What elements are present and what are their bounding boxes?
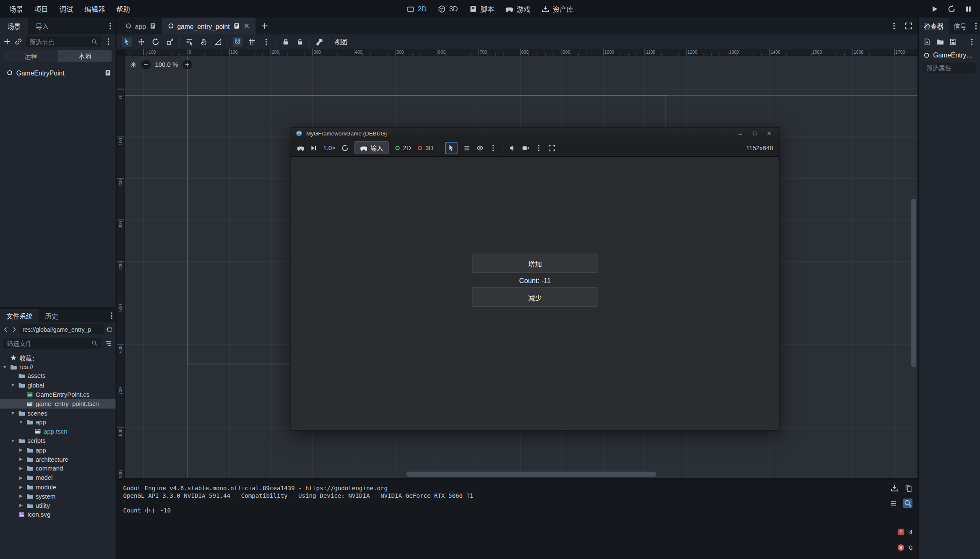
restart-button[interactable] xyxy=(948,5,956,13)
filesystem-tab[interactable]: 历史 xyxy=(39,309,64,322)
tree-expander-icon[interactable]: ▶ xyxy=(18,494,23,499)
fs-item[interactable]: icon.svg xyxy=(0,510,116,519)
tree-expander-icon[interactable]: ▶ xyxy=(18,503,23,508)
file-filter-input[interactable]: 筛选文件 xyxy=(3,338,101,348)
attached-script-icon[interactable] xyxy=(104,69,111,76)
close-button[interactable] xyxy=(764,129,774,138)
fs-item[interactable]: ▶architecture xyxy=(0,455,116,464)
tree-expander-icon[interactable]: ▶ xyxy=(18,447,23,452)
fs-item[interactable]: C#GameEntryPoint.cs xyxy=(0,390,116,399)
fs-item[interactable]: ▶utility xyxy=(0,501,116,510)
inspector-tabs-menu-button[interactable] xyxy=(972,18,980,34)
pick-2d-button[interactable]: 2D xyxy=(394,144,411,151)
fs-item[interactable]: ▼scenes xyxy=(0,408,116,418)
scene-tabs-menu-button[interactable] xyxy=(890,22,898,30)
back-button[interactable] xyxy=(3,326,8,332)
scene-dock-menu-button[interactable] xyxy=(104,37,112,45)
dock-tab[interactable]: 导入 xyxy=(28,18,56,34)
workspace-tab-script[interactable]: 脚本 xyxy=(469,4,494,14)
game-window-titlebar[interactable]: MyGFrameworkGame (DEBUG) xyxy=(291,127,779,139)
copy-output-button[interactable] xyxy=(904,484,912,492)
scene-tab[interactable]: game_entry_point xyxy=(162,18,255,34)
embed-fullscreen-button[interactable] xyxy=(548,144,556,151)
property-filter-input[interactable]: 筛选属性 xyxy=(923,62,976,73)
zoom-out-button[interactable] xyxy=(141,60,151,69)
tree-expander-icon[interactable]: ▶ xyxy=(18,484,23,489)
fs-item[interactable]: 收藏： xyxy=(0,353,116,362)
view-menu-button[interactable]: 视图 xyxy=(329,36,352,47)
zoom-reset-button[interactable]: 100.0 % xyxy=(155,61,178,68)
fs-item[interactable]: game_entry_point.tscn xyxy=(0,399,116,408)
inspector-menu-button[interactable] xyxy=(968,38,976,45)
decrease-button[interactable]: 减少 xyxy=(472,287,597,307)
scene-tab[interactable]: app xyxy=(120,18,162,34)
split-filesystem-button[interactable] xyxy=(107,326,112,332)
filesystem-tab[interactable]: 文件系统 xyxy=(0,309,39,322)
unlock-selection-button[interactable] xyxy=(295,36,305,47)
dock-menu-button[interactable] xyxy=(106,18,114,34)
new-scene-tab-button[interactable] xyxy=(255,18,274,34)
select-mode-button[interactable] xyxy=(445,141,458,154)
camera-override-button[interactable] xyxy=(522,144,529,151)
tree-expander-icon[interactable]: ▶ xyxy=(18,466,23,471)
move-tool[interactable] xyxy=(136,36,146,47)
workspace-tab-assetlib[interactable]: 资产库 xyxy=(542,4,573,14)
scale-tool[interactable] xyxy=(165,36,175,47)
smart-snap-toggle[interactable] xyxy=(232,36,242,47)
workspace-tab-game[interactable]: 游戏 xyxy=(506,4,531,14)
select-tool[interactable] xyxy=(122,36,132,47)
inspector-tab[interactable]: 检查器 xyxy=(919,18,949,34)
camera-menu-button[interactable] xyxy=(535,144,543,151)
pan-tool[interactable] xyxy=(199,36,209,47)
suspend-button[interactable] xyxy=(297,144,305,151)
forward-button[interactable] xyxy=(11,326,17,332)
fs-item[interactable]: app.tscn xyxy=(0,427,116,436)
node-list-button[interactable] xyxy=(463,144,471,151)
list-select-tool[interactable] xyxy=(184,36,194,47)
path-box[interactable]: res://global/game_entry_p xyxy=(19,324,104,334)
clear-output-button[interactable] xyxy=(891,484,899,492)
zoom-in-button[interactable] xyxy=(182,60,192,69)
workspace-tab-3d[interactable]: 3D xyxy=(438,5,458,13)
filesystem-menu-button[interactable] xyxy=(107,309,115,322)
dock-tab[interactable]: 场景 xyxy=(0,18,28,34)
viewport-vscrollbar[interactable] xyxy=(911,56,916,471)
vscroll-thumb[interactable] xyxy=(911,199,916,367)
output-search-button[interactable] xyxy=(903,499,912,508)
save-resource-button[interactable] xyxy=(949,38,957,45)
fs-item[interactable]: ▶system xyxy=(0,491,116,501)
close-scene-tab-button[interactable] xyxy=(243,23,250,29)
menubar-item[interactable]: 场景 xyxy=(4,3,29,15)
visibility-button[interactable] xyxy=(477,144,484,151)
scene-filter-input[interactable]: 筛选节点 xyxy=(26,36,101,47)
error-badge[interactable]: 0 xyxy=(885,542,913,552)
fs-item[interactable]: ▼scripts xyxy=(0,436,116,445)
lock-selection-button[interactable] xyxy=(281,36,291,47)
message-badge[interactable]: 4 xyxy=(885,527,913,537)
game-menu-button[interactable] xyxy=(490,144,497,151)
add-node-button[interactable] xyxy=(3,37,11,45)
tree-expander-icon[interactable]: ▼ xyxy=(18,420,23,424)
remote-tab[interactable]: 远程 xyxy=(4,50,58,62)
distraction-free-button[interactable] xyxy=(904,22,912,30)
fs-item[interactable]: assets xyxy=(0,372,116,381)
fs-item[interactable]: ▶command xyxy=(0,464,116,473)
menubar-item[interactable]: 帮助 xyxy=(111,3,136,15)
hscroll-thumb[interactable] xyxy=(406,472,656,477)
load-resource-button[interactable] xyxy=(936,38,944,45)
rotate-tool[interactable] xyxy=(151,36,161,47)
menubar-item[interactable]: 编辑器 xyxy=(79,3,111,15)
fs-item[interactable]: ▼global xyxy=(0,381,116,390)
ruler-tool[interactable] xyxy=(213,36,223,47)
play-button[interactable] xyxy=(930,5,938,13)
tree-expander-icon[interactable]: ▼ xyxy=(10,439,16,443)
instance-scene-button[interactable] xyxy=(14,37,22,45)
fs-item[interactable]: ▶app xyxy=(0,445,116,455)
input-mode-button[interactable]: 输入 xyxy=(354,141,388,154)
maximize-button[interactable] xyxy=(749,129,760,138)
canvas-area[interactable]: 100.0 % MyGFrameworkGame (DEBUG) xyxy=(125,56,917,478)
reset-zoom-button[interactable] xyxy=(341,144,349,151)
pause-button[interactable] xyxy=(964,5,972,13)
fs-item[interactable]: ▼app xyxy=(0,418,116,427)
fs-item[interactable]: ▶model xyxy=(0,473,116,482)
